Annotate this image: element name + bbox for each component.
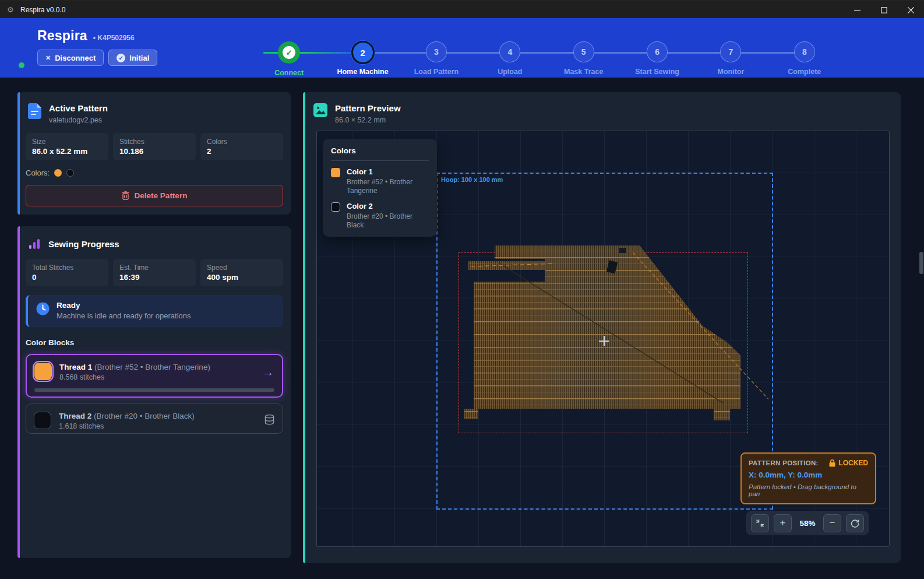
locked-badge: LOCKED bbox=[838, 459, 868, 467]
plus-icon: + bbox=[780, 517, 786, 529]
image-icon bbox=[313, 103, 327, 117]
arrow-right-icon: → bbox=[262, 366, 274, 379]
color-dot-orange bbox=[54, 169, 62, 177]
embroidery-pattern[interactable] bbox=[451, 242, 768, 434]
check-icon: ✓ bbox=[283, 46, 295, 59]
zoom-level: 58% bbox=[796, 519, 819, 528]
trash-icon bbox=[122, 191, 129, 200]
step-load-pattern[interactable]: 3 Load Pattern bbox=[400, 41, 473, 77]
brand-name: Respira bbox=[37, 28, 87, 44]
thread-1-stitches: 8.568 stitches bbox=[59, 373, 210, 381]
step-upload-circle: 4 bbox=[499, 41, 520, 62]
stat-total-stitches: Total Stitches 0 bbox=[26, 259, 108, 286]
legend-color-1-desc: Brother #52 • Brother Tangerine bbox=[347, 178, 429, 195]
step-mask-circle: 5 bbox=[573, 41, 594, 62]
thread-2-block[interactable]: Thread 2 (Brother #20 • Brother Black) 1… bbox=[26, 403, 283, 434]
initial-label: Initial bbox=[129, 54, 149, 62]
close-button[interactable] bbox=[897, 1, 924, 19]
stat-est-time: Est. Time 16:39 bbox=[113, 259, 196, 286]
refresh-icon bbox=[851, 519, 859, 528]
legend-color-2-desc: Brother #20 • Brother Black bbox=[347, 212, 429, 230]
database-icon bbox=[264, 415, 274, 427]
step-mask-trace[interactable]: 5 Mask Trace bbox=[547, 41, 620, 77]
pattern-position-label: PATTERN POSITION: bbox=[749, 459, 819, 466]
stat-time-label: Est. Time bbox=[119, 264, 189, 272]
thread-1-progress-bar bbox=[34, 388, 274, 392]
zoom-controls: + 58% − bbox=[746, 511, 869, 535]
step-connect-circle: ✓ bbox=[278, 41, 300, 64]
titlebar: ⚙ Respira v0.0.0 bbox=[0, 0, 924, 18]
step-sewing-label: Start Sewing bbox=[635, 68, 679, 76]
initial-button[interactable]: ✓ Initial bbox=[108, 50, 157, 66]
stat-size: Size 86.0 x 52.2 mm bbox=[26, 133, 108, 160]
brand-separator: • bbox=[93, 34, 96, 42]
machine-serial: K4P502956 bbox=[97, 34, 134, 42]
file-icon bbox=[28, 103, 41, 119]
connection-status-dot bbox=[19, 62, 24, 68]
pattern-preview-dims: 86.0 × 52.2 mm bbox=[335, 116, 401, 124]
maximize-button[interactable] bbox=[870, 1, 897, 19]
lock-icon bbox=[829, 459, 835, 467]
preview-canvas[interactable]: Hoop: 100 x 100 mm Colors bbox=[316, 131, 890, 547]
thread-1-block[interactable]: Thread 1 (Brother #52 • Brother Tangerin… bbox=[26, 354, 283, 398]
stat-size-value: 86.0 x 52.2 mm bbox=[32, 147, 102, 156]
machine-status-desc: Machine is idle and ready for operations bbox=[57, 311, 191, 320]
step-load-circle: 3 bbox=[426, 41, 447, 62]
window-scrollbar-thumb[interactable] bbox=[919, 252, 923, 274]
step-upload[interactable]: 4 Upload bbox=[473, 41, 546, 77]
thread-2-swatch bbox=[34, 412, 51, 429]
clock-icon bbox=[36, 302, 50, 315]
stat-stitches-value: 10.186 bbox=[119, 147, 189, 156]
step-monitor-circle: 7 bbox=[720, 41, 741, 62]
legend-color-1: Color 1 Brother #52 • Brother Tangerine bbox=[331, 167, 429, 195]
disconnect-label: Disconnect bbox=[55, 54, 96, 62]
zoom-out-button[interactable]: − bbox=[823, 514, 841, 532]
minus-icon: − bbox=[830, 517, 835, 529]
step-home-machine[interactable]: 2 Home Machine bbox=[326, 41, 399, 77]
step-connect-label: Connect bbox=[274, 69, 304, 77]
pattern-filename: valetudogv2.pes bbox=[49, 116, 108, 124]
stat-colors: Colors 2 bbox=[200, 133, 283, 160]
colors-row-label: Colors: bbox=[26, 169, 50, 177]
step-complete[interactable]: 8 Complete bbox=[768, 41, 841, 77]
stat-total-label: Total Stitches bbox=[32, 264, 102, 272]
thread-2-stitches: 1.618 stitches bbox=[59, 422, 195, 430]
step-load-label: Load Pattern bbox=[414, 68, 459, 76]
step-start-sewing[interactable]: 6 Start Sewing bbox=[620, 41, 694, 77]
app-header: Respira • K4P502956 ✕ Disconnect ✓ Initi… bbox=[0, 18, 924, 78]
workflow-stepper: ✓ Connect 2 Home Machine 3 Load Pattern … bbox=[252, 41, 841, 78]
step-mask-label: Mask Trace bbox=[564, 68, 603, 76]
stat-stitches: Stitches 10.186 bbox=[113, 133, 196, 160]
pattern-position-hint: Pattern locked • Drag background to pan bbox=[749, 483, 868, 497]
step-home-circle: 2 bbox=[351, 41, 375, 64]
minimize-button[interactable] bbox=[844, 1, 870, 19]
window-controls bbox=[844, 1, 924, 19]
fit-to-screen-button[interactable] bbox=[751, 514, 769, 532]
app-logo-icon: ⚙ bbox=[7, 6, 15, 14]
step-upload-label: Upload bbox=[498, 68, 522, 76]
fit-screen-icon bbox=[756, 519, 764, 528]
stat-size-label: Size bbox=[32, 138, 102, 146]
pattern-position-overlay: PATTERN POSITION: LOCKED X: 0.0mm, Y: 0.… bbox=[740, 452, 876, 504]
disconnect-button[interactable]: ✕ Disconnect bbox=[37, 50, 104, 66]
stat-colors-value: 2 bbox=[207, 147, 277, 156]
stat-speed-label: Speed bbox=[207, 264, 277, 272]
step-home-label: Home Machine bbox=[337, 68, 388, 76]
pattern-preview-card: Pattern Preview 86.0 × 52.2 mm Hoop: 100… bbox=[303, 92, 901, 563]
reset-view-button[interactable] bbox=[846, 514, 864, 532]
stat-speed: Speed 400 spm bbox=[200, 259, 283, 286]
pattern-coordinates: X: 0.0mm, Y: 0.0mm bbox=[749, 471, 868, 479]
thread-2-name: Thread 2 bbox=[59, 412, 91, 420]
delete-pattern-button[interactable]: Delete Pattern bbox=[26, 185, 283, 206]
legend-color-2: Color 2 Brother #20 • Brother Black bbox=[331, 202, 429, 230]
machine-status-box: Ready Machine is idle and ready for oper… bbox=[26, 295, 283, 327]
legend-color-1-name: Color 1 bbox=[347, 167, 429, 176]
stat-speed-value: 400 spm bbox=[207, 273, 277, 282]
step-connect[interactable]: ✓ Connect bbox=[252, 41, 326, 77]
zoom-in-button[interactable]: + bbox=[774, 514, 792, 532]
pattern-preview-title: Pattern Preview bbox=[335, 103, 401, 113]
stat-stitches-label: Stitches bbox=[119, 138, 189, 146]
disconnect-x-icon: ✕ bbox=[45, 54, 51, 62]
colors-legend-panel: Colors Color 1 Brother #52 • Brother Tan… bbox=[323, 139, 437, 237]
step-monitor[interactable]: 7 Monitor bbox=[694, 41, 767, 77]
